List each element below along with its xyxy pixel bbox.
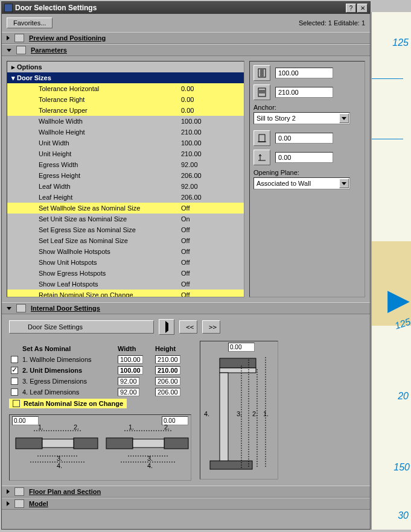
chevron-right-icon [165,321,168,333]
tree-group-options[interactable]: ▸ Options [7,62,244,72]
param-name: Set Wallhole Size as Nominal Size [39,204,181,212]
section-label: Internal Door Settings [31,305,100,312]
nominal-checkbox[interactable] [11,356,18,363]
retain-nominal-row[interactable]: Retain Nominal Size on Change [9,399,127,408]
param-row[interactable]: Tolerance Upper0.00 [7,105,244,116]
cad-dim-20: 20 [398,391,409,402]
width-icon[interactable] [253,65,270,81]
settings-popup-button[interactable] [159,319,174,335]
nominal-checkbox[interactable] [11,378,18,385]
param-row[interactable]: Egress Height206.00 [7,170,244,181]
offset2-input[interactable] [275,152,333,163]
width-input[interactable] [275,68,333,78]
width-field[interactable]: 100.00 [118,355,143,364]
close-button[interactable]: ✕ [357,4,368,13]
cad-background: 125 ▶ 125 20 150 30 [371,12,411,530]
param-row[interactable]: Show Egress HotspotsOff [7,268,244,279]
internal-settings-icon [16,304,26,312]
param-row[interactable]: Leaf Width92.00 [7,181,244,192]
svg-text:1.: 1. [263,410,269,417]
tree-group-doorsizes[interactable]: ▾ Door Sizes [7,72,244,83]
param-row[interactable]: Set Unit Size as Nominal SizeOn [7,214,244,224]
height-input[interactable] [275,87,333,98]
height-icon[interactable] [253,84,270,100]
dimension-row: 1. Wallhole Dimensions100.00210.00 [9,354,191,365]
section-label: Preview and Positioning [29,34,106,42]
anchor-dropdown[interactable]: Sill to Story 2 [253,112,350,124]
retain-checkbox[interactable] [13,400,20,407]
width-field[interactable]: 92.00 [118,377,139,385]
svg-rect-4 [259,135,265,142]
param-row[interactable]: Set Wallhole Size as Nominal SizeOff [7,203,244,214]
svg-rect-9 [74,438,98,449]
cad-dim-30: 30 [398,510,409,521]
section-model[interactable]: Model [2,498,370,510]
param-row[interactable]: Show Leaf HotspotsOff [7,279,244,290]
height-field[interactable]: 206.00 [155,377,180,385]
dialog-title: Door Selection Settings [15,4,345,12]
section-label: Floor Plan and Section [29,488,101,495]
parameters-icon [16,46,26,54]
nominal-checkbox[interactable] [11,367,18,374]
param-row[interactable]: Tolerance Right0.00 [7,94,244,105]
section-label: Model [29,500,48,507]
chevron-right-icon [7,501,10,506]
prev-button[interactable]: << [179,320,197,334]
param-value: 210.00 [181,128,241,136]
section-parameters[interactable]: Parameters [2,44,370,56]
cad-arrow: ▶ [387,282,410,316]
favorites-button[interactable]: Favorites... [7,17,53,28]
set-as-nominal-label: Set As Nominal [22,345,115,352]
width-field[interactable]: 92.00 [118,388,139,396]
model-icon [14,499,24,508]
height-field[interactable]: 210.00 [155,355,180,364]
param-row[interactable]: Unit Height210.00 [7,148,244,159]
parameter-list[interactable]: ▸ Options ▾ Door Sizes Tolerance Horizon… [7,61,244,297]
param-value: 0.00 [181,96,241,103]
param-row[interactable]: Retain Nominal Size on ChangeOff [7,290,244,297]
param-row[interactable]: Egress Width92.00 [7,159,244,170]
opening-plane-dropdown[interactable]: Associated to Wall [253,177,350,189]
dimension-label: 1. Wallhole Dimensions [22,356,115,363]
section-preview-positioning[interactable]: Preview and Positioning [2,32,370,44]
chevron-down-icon: ▾ [10,74,17,82]
next-button[interactable]: >> [202,320,220,334]
door-size-settings-button[interactable]: Door Size Settings [9,320,154,334]
chevron-down-icon [7,49,11,52]
param-value: 206.00 [181,194,241,201]
param-row[interactable]: Set Leaf Size as Nominal SizeOff [7,235,244,246]
param-row[interactable]: Wallhole Width100.00 [7,116,244,127]
titlebar[interactable]: Door Selection Settings ? ✕ [2,2,370,14]
svg-rect-8 [16,438,42,449]
svg-rect-3 [258,90,266,93]
plan-diagram: 0.00 0.00 [9,414,191,481]
param-row[interactable]: Leaf Height206.00 [7,192,244,203]
section-label: Parameters [31,46,67,54]
svg-text:3.: 3. [237,410,242,417]
param-row[interactable]: Unit Width100.00 [7,138,244,148]
anchor-label: Anchor: [253,104,361,111]
sill-offset-icon[interactable] [253,130,270,146]
story-offset-icon[interactable] [253,150,270,165]
help-button[interactable]: ? [346,4,356,13]
param-row[interactable]: Wallhole Height210.00 [7,127,244,138]
nominal-checkbox[interactable] [11,388,18,396]
section-diagram: 0.00 4.3. 2.1. [200,341,278,480]
width-field[interactable]: 100.00 [118,366,143,375]
param-row[interactable]: Tolerance Horizontal0.00 [7,83,244,94]
param-value: Off [181,237,241,244]
param-value: Off [181,291,241,297]
svg-text:2.: 2. [164,423,170,431]
section-internal-door-settings[interactable]: Internal Door Settings [2,302,370,314]
offset1-input[interactable] [275,133,333,144]
param-row[interactable]: Show Unit HotspotsOff [7,257,244,268]
anchor-value: Sill to Story 2 [256,115,296,122]
chevron-right-icon [7,489,10,494]
height-field[interactable]: 210.00 [155,366,180,375]
section-floor-plan[interactable]: Floor Plan and Section [2,486,370,498]
param-row[interactable]: Show Wallhole HotspotsOff [7,246,244,257]
height-field[interactable]: 206.00 [155,388,180,396]
param-row[interactable]: Set Egress Size as Nominal SizeOff [7,224,244,235]
svg-text:2.: 2. [74,423,79,431]
svg-rect-10 [42,439,74,448]
